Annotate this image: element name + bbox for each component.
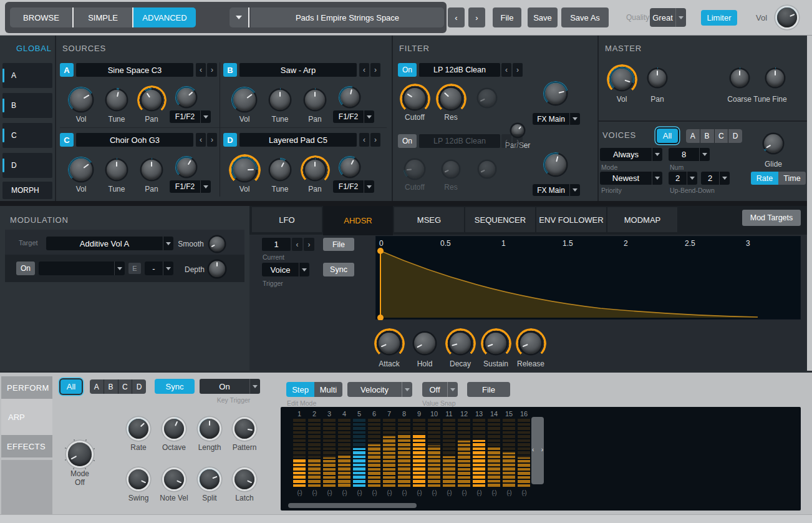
filter1-prev-button[interactable]: ‹ [501,63,511,77]
filter1-output-select[interactable]: FX Main [533,113,580,125]
source-c-vol-knob[interactable] [68,157,94,183]
tab-ahdsr[interactable]: AHDSR [323,206,393,235]
global-nav-title[interactable]: GLOBAL [16,44,52,53]
source-b-vol-knob[interactable] [231,87,258,113]
ahdsr-trigger-select[interactable]: Voice [262,263,309,276]
seq-tie-icon[interactable]: (-) [518,489,530,496]
key-trigger-select[interactable]: On [200,379,260,394]
seq-step-12[interactable]: 12(-) [458,407,470,501]
filter1-on-button[interactable]: On [398,63,417,77]
filter1-res-knob[interactable] [438,86,463,111]
master-pan-knob[interactable] [647,67,668,89]
seq-step-4[interactable]: 4(-) [338,407,350,501]
source-a-filter-mix-knob[interactable] [175,86,198,109]
source-a-name-field[interactable]: Sine Space C3 [76,63,193,77]
filter2-res-knob[interactable] [441,159,461,179]
mod-curve-select[interactable]: - [145,262,173,275]
filter2-drive-knob[interactable] [477,159,497,179]
tab-lfo[interactable]: LFO [252,207,322,232]
seq-step-7[interactable]: 7(-) [383,407,395,501]
source-d-pan-knob[interactable] [303,158,327,182]
seq-tie-icon[interactable]: (-) [323,489,336,496]
seq-file-button[interactable]: File [467,382,510,397]
coarse-tune-knob[interactable] [729,67,750,89]
seq-step-11[interactable]: 11(-) [443,407,455,501]
main-volume-knob[interactable] [775,6,799,29]
source-b-route-select[interactable]: F1/F2 [333,110,374,123]
tab-advanced[interactable]: ADVANCED [132,7,196,27]
seq-step-8[interactable]: 8(-) [398,407,410,501]
seq-tie-icon[interactable]: (-) [338,489,350,496]
source-a-pan-knob[interactable] [140,88,163,112]
decay-knob[interactable] [448,331,473,356]
seq-param-select[interactable]: Velocity [347,382,412,397]
seq-step-15[interactable]: 15(-) [503,407,515,501]
seq-tie-icon[interactable]: (-) [383,489,395,496]
source-a-tune-knob[interactable] [105,88,128,112]
seq-bar[interactable] [413,434,425,487]
attack-knob[interactable] [377,331,402,356]
preset-prev-button[interactable]: ‹ [448,7,465,27]
preset-name-field[interactable]: Pads I Empire Strings Space [251,7,444,27]
release-knob[interactable] [518,331,543,356]
seq-step-5[interactable]: 5(-) [353,407,365,501]
seq-tie-icon[interactable]: (-) [353,489,365,496]
arp-pattern-knob[interactable] [233,417,256,441]
save-as-button[interactable]: Save As [561,7,609,27]
seq-horizontal-scrollbar[interactable] [288,503,417,508]
arp-mode-knob[interactable] [66,441,94,468]
edit-mode-step-button[interactable]: Step [286,382,314,397]
source-b-tune-knob[interactable] [268,88,292,112]
seq-bar[interactable] [353,448,365,487]
limiter-button[interactable]: Limiter [701,10,737,26]
seq-step-9[interactable]: 9(-) [413,407,425,501]
envelope-graph[interactable]: 00.511.522.53 [375,236,801,320]
sidebar-item-d[interactable]: D [2,153,52,178]
source-b-prev-button[interactable]: ‹ [359,63,369,77]
source-b-badge[interactable]: B [223,63,237,77]
tab-perform[interactable]: PERFORM [1,376,52,399]
source-d-badge[interactable]: D [223,133,237,147]
source-c-name-field[interactable]: Choir Ooh G3 [76,133,193,147]
seq-bar[interactable] [488,446,500,487]
seq-bar[interactable] [338,456,350,487]
seq-tie-icon[interactable]: (-) [293,489,306,496]
bend-down-select[interactable]: 2 [701,172,730,185]
seq-bar[interactable] [308,459,321,487]
seq-bar[interactable] [293,459,306,487]
seq-tie-icon[interactable]: (-) [503,489,515,496]
filter2-output-select[interactable]: FX Main [533,184,580,196]
tab-effects[interactable]: EFFECTS [1,435,52,457]
seq-step-13[interactable]: 13(-) [473,407,485,501]
seq-tie-icon[interactable]: (-) [398,489,410,496]
seq-bar[interactable] [428,446,440,487]
tab-sequencer[interactable]: SEQUENCER [465,207,535,232]
arp-swing-knob[interactable] [127,467,150,491]
source-c-pan-knob[interactable] [140,158,163,182]
tab-browse[interactable]: BROWSE [10,7,72,27]
mod-targets-button[interactable]: Mod Targets [742,210,801,226]
source-d-route-select[interactable]: F1/F2 [333,180,374,193]
quality-select[interactable]: Great [650,8,686,27]
voices-priority-select[interactable]: Newest [600,172,662,185]
source-c-badge[interactable]: C [60,133,74,147]
seq-tie-icon[interactable]: (-) [443,489,455,496]
filter2-prev-button[interactable]: ‹ [501,134,511,148]
arp-b-button[interactable]: B [104,379,118,394]
seq-step-14[interactable]: 14(-) [488,407,500,501]
seq-bar[interactable] [503,452,515,487]
ahdsr-file-button[interactable]: File [323,238,354,251]
preset-next-button[interactable]: › [468,7,485,27]
mod-on-button[interactable]: On [16,262,35,275]
arp-rate-knob[interactable] [127,417,150,441]
source-d-prev-button[interactable]: ‹ [359,133,369,147]
tab-arp[interactable]: ARP [1,399,52,435]
mod-source-select[interactable] [39,262,125,275]
source-d-tune-knob[interactable] [268,158,292,182]
filter1-cutoff-knob[interactable] [402,86,427,111]
seq-tie-icon[interactable]: (-) [428,489,440,496]
seq-step-16[interactable]: 16(-) [518,407,530,501]
source-d-name-field[interactable]: Layered Pad C5 [239,133,357,147]
voices-b-button[interactable]: B [700,129,715,143]
filter2-type-field[interactable]: LP 12dB Clean [419,134,500,148]
